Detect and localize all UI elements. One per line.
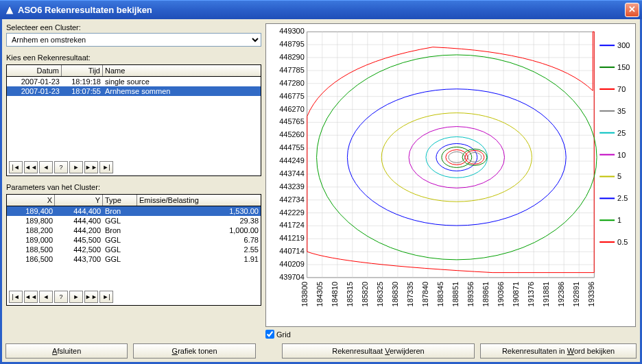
svg-text:185315: 185315 <box>346 282 354 307</box>
nav-last[interactable]: ►| <box>99 161 113 173</box>
table-row[interactable]: 188,200444,200Bron1,000.00 <box>7 226 261 235</box>
nav-prev[interactable]: ◄ <box>39 291 53 303</box>
svg-text:187840: 187840 <box>421 282 429 307</box>
svg-text:445260: 445260 <box>279 130 305 138</box>
svg-text:443744: 443744 <box>279 169 305 178</box>
svg-text:191376: 191376 <box>527 282 535 307</box>
svg-text:185820: 185820 <box>361 282 369 307</box>
grid-checkbox[interactable] <box>265 330 274 339</box>
svg-text:444755: 444755 <box>279 143 305 151</box>
table-row[interactable]: 189,800444,400GGL29.38 <box>7 216 261 226</box>
nav-prev-page[interactable]: ◄◄ <box>24 161 38 173</box>
cluster-dropdown[interactable]: Arnhem en omstreken <box>6 33 261 47</box>
svg-text:446775: 446775 <box>279 92 305 100</box>
params-grid[interactable]: X Y Type Emissie/Belasting 189,400444,40… <box>6 194 261 306</box>
results-grid-header: Datum Tijd Name <box>7 65 261 77</box>
svg-text:190871: 190871 <box>512 282 520 307</box>
svg-text:448290: 448290 <box>279 53 305 61</box>
svg-text:189356: 189356 <box>466 282 475 307</box>
svg-text:10: 10 <box>617 151 626 159</box>
table-row[interactable]: 186,500443,700GGL1.91 <box>7 254 261 264</box>
table-row[interactable]: 189,000445,500GGL6.78 <box>7 235 261 245</box>
svg-text:70: 70 <box>617 85 626 93</box>
params-nav-bar: |◄ ◄◄ ◄ ? ► ►► ►| <box>7 289 261 305</box>
svg-text:1: 1 <box>617 216 621 224</box>
nav-next[interactable]: ► <box>69 291 83 303</box>
table-row[interactable]: 188,500442,500GGL2.55 <box>7 245 261 254</box>
svg-text:442229: 442229 <box>279 208 305 217</box>
svg-text:188345: 188345 <box>436 282 444 307</box>
chart-svg: 4397044402094407144412194417244422294427… <box>266 24 635 326</box>
nav-next-page[interactable]: ►► <box>84 291 98 303</box>
svg-text:2.5: 2.5 <box>617 194 628 202</box>
params-grid-header: X Y Type Emissie/Belasting <box>7 195 261 206</box>
svg-text:192386: 192386 <box>557 282 565 307</box>
nav-next[interactable]: ► <box>69 161 83 173</box>
params-cluster-label: Parameters van het Cluster: <box>6 183 261 191</box>
table-row[interactable]: 2007-01-2318:07:55Arnhemse sommen <box>7 86 261 96</box>
svg-text:443239: 443239 <box>279 182 305 191</box>
svg-text:447280: 447280 <box>279 79 305 87</box>
svg-text:188851: 188851 <box>451 282 460 307</box>
svg-text:184810: 184810 <box>331 282 339 307</box>
svg-text:440714: 440714 <box>279 247 305 255</box>
nav-prev[interactable]: ◄ <box>39 161 53 173</box>
word-bekijken-button[interactable]: Rekenresultaten in Word bekijken <box>480 343 637 359</box>
kies-resultaat-label: Kies een Rekenresultaat: <box>6 53 261 62</box>
svg-text:184305: 184305 <box>316 282 324 307</box>
svg-text:300: 300 <box>617 41 630 49</box>
svg-rect-0 <box>307 32 594 278</box>
svg-text:193396: 193396 <box>587 282 595 307</box>
svg-text:187335: 187335 <box>406 282 414 307</box>
verwijderen-button[interactable]: Rekenresultaat Verwijderen <box>282 343 475 359</box>
svg-text:445765: 445765 <box>279 117 305 125</box>
svg-text:25: 25 <box>617 129 626 137</box>
app-icon <box>4 5 15 16</box>
table-row[interactable]: 189,400444,400Bron1,530.00 <box>7 206 261 216</box>
svg-text:442734: 442734 <box>279 195 305 204</box>
svg-text:449300: 449300 <box>279 27 305 35</box>
svg-text:183800: 183800 <box>300 282 309 307</box>
svg-text:441219: 441219 <box>279 234 305 242</box>
nav-q[interactable]: ? <box>54 161 68 173</box>
contour-chart: 4397044402094407144412194417244422294427… <box>265 23 636 327</box>
svg-text:439704: 439704 <box>279 273 305 281</box>
svg-text:192891: 192891 <box>572 282 580 307</box>
svg-text:440209: 440209 <box>279 260 305 268</box>
svg-text:448795: 448795 <box>279 40 305 48</box>
svg-text:447785: 447785 <box>279 66 305 74</box>
nav-first[interactable]: |◄ <box>9 291 23 303</box>
svg-text:5: 5 <box>617 172 621 180</box>
svg-text:35: 35 <box>617 107 626 115</box>
nav-first[interactable]: |◄ <box>9 161 23 173</box>
svg-text:0.5: 0.5 <box>617 238 628 246</box>
svg-text:446270: 446270 <box>279 105 305 113</box>
svg-text:444249: 444249 <box>279 156 305 165</box>
results-nav-bar: |◄ ◄◄ ◄ ? ► ►► ►| <box>7 159 261 175</box>
nav-prev-page[interactable]: ◄◄ <box>24 291 38 303</box>
svg-text:441724: 441724 <box>279 221 305 229</box>
svg-text:186830: 186830 <box>391 282 399 307</box>
afsluiten-button[interactable]: Afsluiten <box>5 343 128 359</box>
nav-next-page[interactable]: ►► <box>84 161 98 173</box>
nav-q[interactable]: ? <box>54 291 68 303</box>
select-cluster-label: Selecteer een Cluster: <box>6 23 261 32</box>
window-title: ASO6 Rekenresultaten bekijken <box>18 5 625 15</box>
svg-text:191881: 191881 <box>542 282 550 307</box>
svg-text:186325: 186325 <box>376 282 384 307</box>
svg-text:190366: 190366 <box>497 282 505 307</box>
titlebar: ASO6 Rekenresultaten bekijken ✕ <box>0 0 642 19</box>
results-grid[interactable]: Datum Tijd Name 2007-01-2318:19:18single… <box>6 64 261 176</box>
table-row[interactable]: 2007-01-2318:19:18single source <box>7 77 261 86</box>
svg-text:150: 150 <box>617 63 630 71</box>
grid-checkbox-label[interactable]: Grid <box>265 330 636 339</box>
svg-text:189861: 189861 <box>482 282 490 307</box>
nav-last[interactable]: ►| <box>99 291 113 303</box>
grafiek-tonen-button[interactable]: Grafiek tonen <box>133 343 255 359</box>
close-button[interactable]: ✕ <box>625 3 639 17</box>
